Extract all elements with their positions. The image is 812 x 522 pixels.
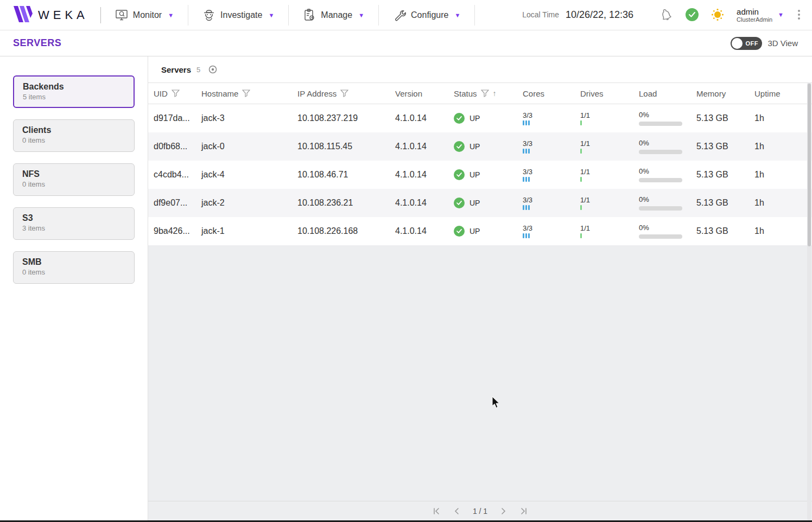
drives-usage-bars [580,233,639,238]
table-row[interactable]: c4cdb4...jack-410.108.46.714.1.0.14UP3/3… [148,161,812,189]
cell-value: 1/1 [580,168,639,176]
filter-icon [172,90,180,97]
chevron-down-icon: ▼ [268,12,274,18]
nav-configure[interactable]: Configure ▼ [379,0,474,30]
cell-value: UP [470,227,480,235]
pagination-bar: 1 / 1 [148,501,812,520]
cell-status: UP [454,169,523,180]
cluster-health-check-icon[interactable] [686,8,699,21]
next-page-button[interactable] [498,506,508,516]
cell-value: UP [470,199,480,207]
first-page-button[interactable] [432,506,441,516]
theme-sun-icon[interactable] [710,8,725,22]
column-header-hostname[interactable]: Hostname [201,89,297,98]
cell-value: 4.1.0.14 [395,142,427,151]
notification-bell-icon[interactable] [658,7,674,22]
cell-status: UP [454,113,523,124]
prev-page-button[interactable] [452,506,462,516]
cell-status: UP [454,226,523,237]
table-row[interactable]: d0fb68...jack-010.108.115.454.1.0.14UP3/… [148,132,812,161]
monitor-icon [115,9,128,21]
cell-load: 0% [639,139,696,154]
3d-view-label: 3D View [767,39,798,48]
status-up-icon [454,141,465,152]
clipboard-gear-icon [303,9,316,22]
column-header-drives[interactable]: Drives [580,89,639,98]
column-header-uptime[interactable]: Uptime [754,89,812,98]
table-row[interactable]: 9ba426...jack-110.108.226.1684.1.0.14UP3… [148,217,812,245]
vertical-scrollbar[interactable] [807,82,811,520]
wrench-icon [393,9,406,22]
table-row[interactable]: d917da...jack-310.108.237.2194.1.0.14UP3… [148,104,812,132]
nav-manage[interactable]: Manage ▼ [289,0,378,30]
cell-status: UP [454,198,523,208]
nav-configure-label: Configure [411,10,448,20]
overflow-menu-icon[interactable] [796,8,802,22]
last-page-button[interactable] [519,506,529,516]
cell-load: 0% [639,111,696,126]
cell-value: 5.13 GB [696,226,728,235]
scrollbar-thumb[interactable] [808,84,811,246]
column-label: Load [639,89,657,98]
cell-uptime: 1h [754,113,812,123]
cell-value: 3/3 [523,168,580,176]
cell-hostname: jack-4 [201,170,297,180]
sidebar-item-clients[interactable]: Clients 0 items [13,119,135,152]
column-header-cores[interactable]: Cores [523,89,580,98]
cell-cores: 3/3 [523,111,580,125]
3d-view-toggle[interactable]: OFF [731,37,762,50]
chevron-down-icon: ▼ [358,12,364,18]
table-body: d917da...jack-310.108.237.2194.1.0.14UP3… [148,104,812,245]
cores-usage-bars [523,120,580,125]
chevron-down-icon[interactable]: ▼ [778,11,784,18]
cell-value: 3/3 [523,111,580,119]
cell-hostname: jack-0 [201,142,297,151]
column-label: UID [154,89,168,98]
status-up-icon [454,198,465,208]
servers-panel-title: Servers [161,65,191,74]
view-toggle-wrap: OFF 3D View [731,37,812,50]
filter-icon [481,90,489,97]
cell-value: 1/1 [580,224,639,232]
table-row[interactable]: df9e07...jack-210.108.236.214.1.0.14UP3/… [148,189,812,217]
column-header-load[interactable]: Load [639,89,696,98]
column-header-memory[interactable]: Memory [696,89,754,98]
column-header-uid[interactable]: UID [154,89,201,98]
cell-value: c4cdb4... [154,170,189,179]
drives-usage-bars [580,149,639,154]
brand-name: WEKA [38,8,88,22]
sidebar-item-smb[interactable]: SMB 0 items [13,251,135,284]
cell-version: 4.1.0.14 [395,226,454,236]
sidebar-item-label: SMB [22,257,125,267]
top-navbar: WEKA Monitor ▼ Invest [0,0,812,30]
nav-monitor[interactable]: Monitor ▼ [101,0,188,30]
load-progress-bar [639,178,682,182]
cell-version: 4.1.0.14 [395,198,454,208]
cell-value: d0fb68... [154,142,187,151]
column-header-status[interactable]: Status ↑ [454,89,523,98]
cell-value: 1h [754,113,764,123]
weka-logo[interactable]: WEKA [0,6,100,24]
weka-logo-icon [13,6,33,24]
cell-memory: 5.13 GB [696,198,754,208]
local-time-value: 10/26/22, 12:36 [566,9,633,21]
sidebar-item-backends[interactable]: Backends 5 items [13,75,135,108]
cell-drives: 1/1 [580,111,639,125]
detective-icon [202,9,215,22]
visibility-eye-icon[interactable] [208,65,218,74]
cell-value: 3/3 [523,139,580,148]
column-header-ip[interactable]: IP Address [297,89,395,98]
status-up-icon [454,226,465,237]
cell-memory: 5.13 GB [696,113,754,123]
column-header-version[interactable]: Version [395,89,454,98]
sidebar-item-nfs[interactable]: NFS 0 items [13,163,135,196]
column-label: Memory [696,89,726,98]
table-header-row: UID Hostname IP Address Version Status ↑… [148,82,812,104]
sidebar-item-s3[interactable]: S3 3 items [13,207,135,240]
nav-investigate[interactable]: Investigate ▼ [188,0,288,30]
cell-drives: 1/1 [580,139,639,154]
nav-monitor-label: Monitor [133,10,162,20]
user-menu[interactable]: admin ClusterAdmin [737,7,772,23]
navbar-right: Local Time 10/26/22, 12:36 [522,7,812,23]
cores-usage-bars [523,233,580,238]
